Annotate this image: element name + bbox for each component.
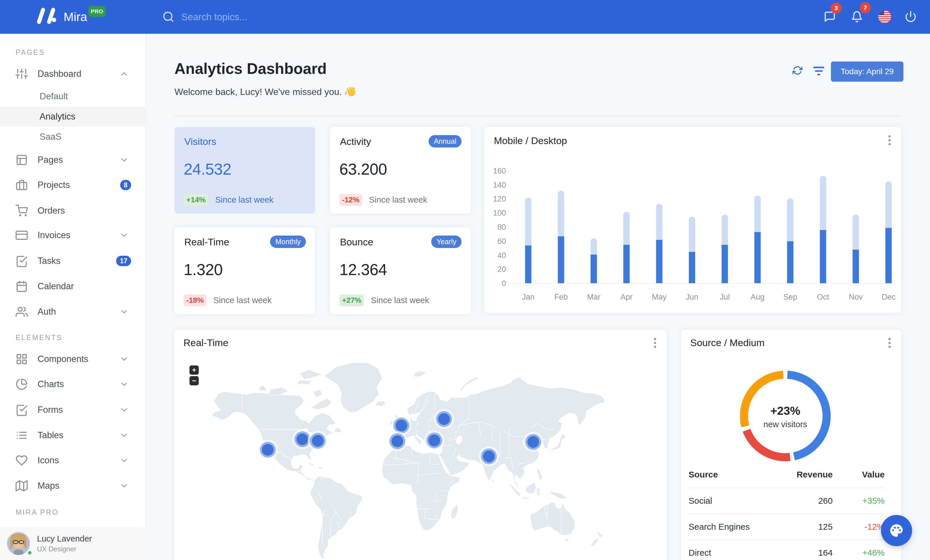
svg-text:Dec: Dec — [881, 293, 895, 301]
svg-text:Oct: Oct — [817, 293, 830, 301]
svg-text:Feb: Feb — [554, 293, 568, 301]
svg-text:0: 0 — [502, 279, 506, 288]
svg-text:160: 160 — [493, 167, 506, 175]
svg-text:80: 80 — [497, 223, 506, 232]
svg-text:60: 60 — [497, 237, 506, 245]
svg-text:new visitors: new visitors — [763, 420, 807, 429]
svg-text:Jan: Jan — [522, 293, 534, 301]
svg-text:+23%: +23% — [770, 404, 800, 417]
svg-text:Aug: Aug — [751, 293, 765, 301]
svg-text:May: May — [652, 293, 667, 301]
svg-text:100: 100 — [493, 209, 506, 217]
svg-text:Jul: Jul — [720, 293, 730, 301]
svg-text:Jun: Jun — [686, 293, 698, 301]
svg-text:Apr: Apr — [621, 293, 633, 301]
svg-text:Mar: Mar — [587, 293, 601, 301]
svg-text:20: 20 — [497, 265, 506, 274]
svg-text:120: 120 — [493, 195, 506, 203]
svg-text:Sep: Sep — [783, 293, 797, 301]
svg-text:40: 40 — [497, 251, 506, 260]
svg-text:Nov: Nov — [849, 293, 863, 301]
svg-text:140: 140 — [493, 181, 506, 189]
